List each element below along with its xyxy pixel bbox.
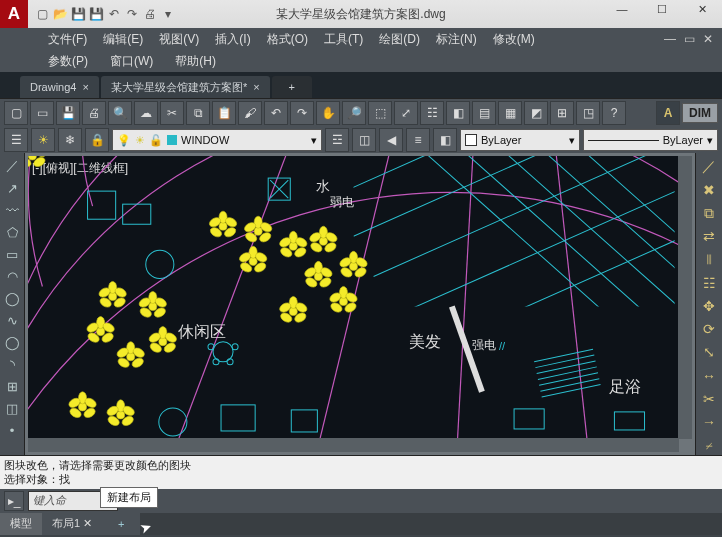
clean-icon[interactable]: ◳ (576, 101, 600, 125)
design-center-icon[interactable]: ◧ (446, 101, 470, 125)
line-icon[interactable]: ／ (3, 157, 21, 175)
move-icon[interactable]: ✥ (699, 296, 719, 315)
undo2-icon[interactable]: ↶ (264, 101, 288, 125)
layer-sun-icon[interactable]: ☀ (31, 128, 55, 152)
linetype-combo[interactable]: ByLayer ▾ (583, 129, 718, 151)
trim-icon[interactable]: ✂ (699, 389, 719, 408)
doc-tab-add[interactable]: + (272, 76, 312, 98)
scrollbar-vertical[interactable] (678, 156, 692, 439)
sheet-set-icon[interactable]: ▦ (498, 101, 522, 125)
print-icon[interactable]: 🖨 (142, 6, 158, 22)
new-doc-icon[interactable]: ▢ (4, 101, 28, 125)
qat-more-icon[interactable]: ▾ (160, 6, 176, 22)
open-doc-icon[interactable]: ▭ (30, 101, 54, 125)
menu-modify[interactable]: 修改(M) (487, 29, 541, 50)
menu-tools[interactable]: 工具(T) (318, 29, 369, 50)
array-icon[interactable]: ☷ (699, 273, 719, 292)
make-block-icon[interactable]: ◫ (3, 399, 21, 417)
menu-window[interactable]: 窗口(W) (104, 51, 159, 72)
menu-annotate[interactable]: 标注(N) (430, 29, 483, 50)
break-icon[interactable]: ⌿ (699, 436, 719, 455)
layer-lock-icon[interactable]: 🔒 (85, 128, 109, 152)
paste-icon[interactable]: 📋 (212, 101, 236, 125)
menu-view[interactable]: 视图(V) (153, 29, 205, 50)
pan-icon[interactable]: ✋ (316, 101, 340, 125)
open-icon[interactable]: 📂 (52, 6, 68, 22)
color-combo[interactable]: ByLayer ▾ (460, 129, 580, 151)
close-icon[interactable]: × (82, 81, 88, 93)
layer-freeze-icon[interactable]: ❄ (58, 128, 82, 152)
annotate-A-icon[interactable]: A (656, 101, 680, 125)
rect-icon[interactable]: ▭ (3, 245, 21, 263)
spline-icon[interactable]: ∿ (3, 311, 21, 329)
circle-icon[interactable]: ◯ (3, 289, 21, 307)
menu-draw[interactable]: 绘图(D) (373, 29, 426, 50)
cut-icon[interactable]: ✂ (160, 101, 184, 125)
doc-tab-1[interactable]: Drawing4 × (20, 76, 99, 98)
layer-props-icon[interactable]: ☰ (4, 128, 28, 152)
scale-icon[interactable]: ⤡ (699, 343, 719, 362)
modify-line-icon[interactable]: ／ (699, 157, 719, 176)
doc-tab-2[interactable]: 某大学星级会馆建筑方案图* × (101, 76, 270, 98)
offset-icon[interactable]: ⫴ (699, 250, 719, 269)
copy-icon[interactable]: ⧉ (186, 101, 210, 125)
copy2-icon[interactable]: ⧉ (699, 203, 719, 222)
preview-icon[interactable]: 🔍 (108, 101, 132, 125)
close-button[interactable]: ✕ (682, 0, 722, 18)
ray-icon[interactable]: ↗ (3, 179, 21, 197)
point-icon[interactable]: • (3, 421, 21, 439)
new-icon[interactable]: ▢ (34, 6, 50, 22)
ellipse-icon[interactable]: ◯ (3, 333, 21, 351)
menu-file[interactable]: 文件(F) (42, 29, 93, 50)
stretch-icon[interactable]: ↔ (699, 366, 719, 385)
layer-prev-icon[interactable]: ◀ (379, 128, 403, 152)
redo2-icon[interactable]: ↷ (290, 101, 314, 125)
tool-palette-icon[interactable]: ▤ (472, 101, 496, 125)
help-icon[interactable]: ? (602, 101, 626, 125)
layer-iso-icon[interactable]: ◫ (352, 128, 376, 152)
markup-icon[interactable]: ◩ (524, 101, 548, 125)
maximize-button[interactable]: ☐ (642, 0, 682, 18)
menu-insert[interactable]: 插入(I) (209, 29, 256, 50)
save-doc-icon[interactable]: 💾 (56, 101, 80, 125)
drawing-canvas[interactable]: [-][俯视][二维线框] (28, 156, 679, 439)
minimize-button[interactable]: — (602, 0, 642, 18)
insert-block-icon[interactable]: ⊞ (3, 377, 21, 395)
layer-combo[interactable]: 💡 ☀ 🔓 WINDOW ▾ (112, 129, 322, 151)
close-icon[interactable]: × (253, 81, 259, 93)
layer-match-icon[interactable]: ≡ (406, 128, 430, 152)
arc-icon[interactable]: ◠ (3, 267, 21, 285)
zoom-icon[interactable]: 🔎 (342, 101, 366, 125)
cmd-prompt-icon[interactable]: ▸_ (4, 491, 24, 511)
polygon-icon[interactable]: ⬠ (3, 223, 21, 241)
zoom-ext-icon[interactable]: ⤢ (394, 101, 418, 125)
layer-state-icon[interactable]: ☲ (325, 128, 349, 152)
mirror-icon[interactable]: ⇄ (699, 227, 719, 246)
dim-style-label[interactable]: DIM (682, 103, 718, 123)
menu-format[interactable]: 格式(O) (261, 29, 314, 50)
save-icon[interactable]: 💾 (70, 6, 86, 22)
publish-icon[interactable]: ☁ (134, 101, 158, 125)
saveas-icon[interactable]: 💾 (88, 6, 104, 22)
color-select-icon[interactable]: ◧ (433, 128, 457, 152)
rotate-icon[interactable]: ⟳ (699, 320, 719, 339)
tab-model[interactable]: 模型 (0, 513, 42, 535)
polyline-icon[interactable]: 〰 (3, 201, 21, 219)
extend-icon[interactable]: → (699, 413, 719, 432)
redo-icon[interactable]: ↷ (124, 6, 140, 22)
app-logo[interactable]: A (0, 0, 28, 28)
match-icon[interactable]: 🖌 (238, 101, 262, 125)
properties-icon[interactable]: ☷ (420, 101, 444, 125)
scrollbar-horizontal[interactable] (28, 438, 679, 452)
calc-icon[interactable]: ⊞ (550, 101, 574, 125)
menu-params[interactable]: 参数(P) (42, 51, 94, 72)
tab-add-layout[interactable]: + (102, 513, 140, 535)
mdi-minimize-icon[interactable]: — (662, 31, 678, 47)
zoom-window-icon[interactable]: ⬚ (368, 101, 392, 125)
menu-edit[interactable]: 编辑(E) (97, 29, 149, 50)
mdi-close-icon[interactable]: ✕ (700, 31, 716, 47)
mdi-restore-icon[interactable]: ▭ (681, 31, 697, 47)
tab-layout1[interactable]: 布局1 ✕ (42, 513, 102, 535)
plot-icon[interactable]: 🖨 (82, 101, 106, 125)
menu-help[interactable]: 帮助(H) (169, 51, 222, 72)
